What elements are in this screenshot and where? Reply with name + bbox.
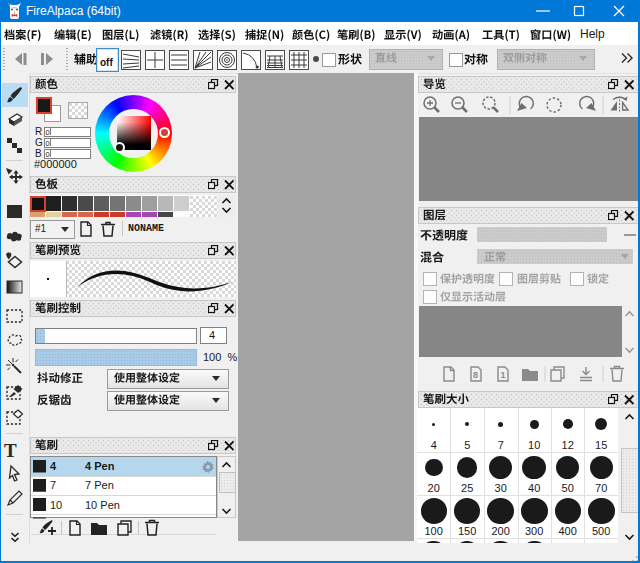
svg-text:8: 8 (473, 370, 478, 380)
svg-text:1: 1 (501, 370, 506, 380)
